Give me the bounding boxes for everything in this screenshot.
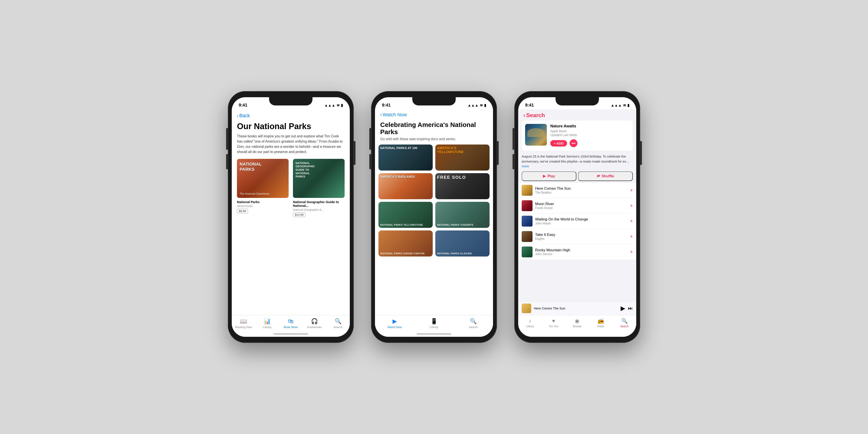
tab-library-music[interactable]: ♪ Library xyxy=(518,318,542,328)
song-add-waiting[interactable]: + xyxy=(630,218,633,224)
song-row-rocky[interactable]: Rocky Mountain High John Denver + xyxy=(518,244,636,260)
tv-card-glacier[interactable]: NATIONAL PARKS GLACIER xyxy=(435,230,490,256)
song-row-takeit[interactable]: Take It Easy Eagles + xyxy=(518,229,636,244)
reading-now-icon: 📖 xyxy=(240,318,247,324)
np-forward-button[interactable]: ⏭ xyxy=(628,306,633,311)
tab-watch-now[interactable]: ▶ Watch Now xyxy=(375,318,414,329)
back-label-books[interactable]: Back xyxy=(239,113,250,119)
tab-book-store[interactable]: 🛍 Book Store xyxy=(279,318,303,329)
song-info-takeit: Take It Easy Eagles xyxy=(535,232,627,241)
tab-for-you[interactable]: ♥ For You xyxy=(542,318,565,328)
library-icon-tv: 📱 xyxy=(431,318,437,324)
status-time-tv: 9:41 xyxy=(382,103,391,107)
more-link[interactable]: more xyxy=(522,164,529,168)
book-item-1[interactable]: NATIONALPARKS The American Experience Na… xyxy=(237,159,289,217)
book-price-1[interactable]: $9.99 xyxy=(237,209,248,213)
search-back-label[interactable]: Search xyxy=(526,112,545,119)
radio-icon: 📻 xyxy=(598,318,604,324)
shuffle-button[interactable]: ⇄ Shuffle xyxy=(578,172,633,181)
song-row-moon[interactable]: Moon River Frank Ocean + xyxy=(518,198,636,214)
shuffle-icon: ⇄ xyxy=(597,174,600,178)
song-add-hcts[interactable]: + xyxy=(630,187,633,193)
song-row-waiting[interactable]: Waiting On the World to Change John Maye… xyxy=(518,214,636,229)
add-playlist-button[interactable]: + ADD xyxy=(550,140,567,147)
tab-search-books[interactable]: 🔍 Search xyxy=(326,318,350,329)
song-add-takeit[interactable]: + xyxy=(630,234,633,239)
tv-card-badlands[interactable]: AMERICA'S BADLANDS xyxy=(378,173,433,199)
tab-search-tv[interactable]: 🔍 Search xyxy=(454,318,493,329)
watch-now-nav[interactable]: ‹ Watch Now xyxy=(375,110,493,119)
chevron-left-music: ‹ xyxy=(523,112,525,119)
tv-card-grandcanyon[interactable]: NATIONAL PARKS GRAND CANYON xyxy=(378,230,433,256)
tv-card-parks100[interactable]: NATIONAL PARKS AT 100 xyxy=(378,145,433,170)
play-button[interactable]: ▶ Play xyxy=(522,172,576,181)
tv-card-np-yellow[interactable]: NATIONAL PARKS YELLOWSTONE xyxy=(378,202,433,228)
more-options-button[interactable]: ••• xyxy=(569,139,578,147)
song-art-waiting xyxy=(522,216,532,226)
book-cover-1: NATIONALPARKS The American Experience xyxy=(237,159,289,198)
tv-section-desc: Go wild with these awe-inspiring docs an… xyxy=(375,136,493,145)
book-author-2: National Geographic &... xyxy=(293,208,345,211)
book-store-icon: 🛍 xyxy=(288,318,293,324)
playlist-name: Nature Awaits xyxy=(550,124,629,128)
tv-card-yosemite[interactable]: NATIONAL PARKS YOSEMITE xyxy=(435,202,490,228)
notch-tv xyxy=(412,97,456,105)
song-add-rocky[interactable]: + xyxy=(630,249,633,255)
song-list: Here Comes The Sun The Beatles + Moon Ri… xyxy=(518,183,636,260)
book-item-2[interactable]: NATIONALGEOGRAPHICGUIDE TONATIONALPARKS … xyxy=(293,159,345,217)
tab-library-tv[interactable]: 📱 Library xyxy=(414,318,454,329)
tab-library-books[interactable]: 📊 Library xyxy=(255,318,279,329)
tab-search-music-label: Search xyxy=(620,325,629,328)
wifi-icon-music: ≋ xyxy=(623,103,626,107)
tv-card-grandcanyon-label: NATIONAL PARKS GRAND CANYON xyxy=(380,252,425,255)
playlist-description: August 25 is the National Park Service's… xyxy=(522,154,633,169)
playlist-desc-text: August 25 is the National Park Service's… xyxy=(522,155,629,163)
books-content: ‹ Back Our National Parks These books wi… xyxy=(232,110,350,337)
song-artist-waiting: John Mayer xyxy=(535,222,627,225)
playback-controls: ▶ Play ⇄ Shuffle xyxy=(522,172,633,181)
status-icons-tv: ▲▲▲ ≋ ▮ xyxy=(468,103,486,107)
tab-radio[interactable]: 📻 Radio xyxy=(589,318,613,328)
tv-card-freesolo[interactable]: FREE SOLO xyxy=(435,173,490,199)
tv-shows-grid: NATIONAL PARKS AT 100 AMERICA'SYELLOWSTO… xyxy=(375,145,493,256)
tv-screen: 9:41 ▲▲▲ ≋ ▮ ‹ Watch Now Celebrating Ame… xyxy=(375,97,493,337)
song-title-takeit: Take It Easy xyxy=(535,232,627,237)
song-art-hcts xyxy=(522,185,532,196)
home-indicator-books xyxy=(273,333,308,335)
search-back-nav[interactable]: ‹ Search xyxy=(518,110,636,120)
song-row-hcts[interactable]: Here Comes The Sun The Beatles + xyxy=(518,183,636,198)
music-screen: 9:41 ▲▲▲ ≋ ▮ ‹ Search Nature Awaits Appl… xyxy=(518,97,636,337)
battery-icon-music: ▮ xyxy=(627,103,629,107)
song-artist-hcts: The Beatles xyxy=(535,191,627,194)
page-desc-books: These books will inspire you to get out … xyxy=(232,134,350,159)
watch-now-label[interactable]: Watch Now xyxy=(382,112,407,118)
np-play-button[interactable]: ▶ xyxy=(621,305,625,312)
tab-reading-now[interactable]: 📖 Reading Now xyxy=(232,318,255,329)
home-indicator-tv xyxy=(416,333,452,335)
tab-audiobooks[interactable]: 🎧 Audiobooks xyxy=(303,318,326,329)
song-info-hcts: Here Comes The Sun The Beatles xyxy=(535,186,627,194)
books-grid: NATIONALPARKS The American Experience Na… xyxy=(232,159,350,221)
song-info-waiting: Waiting On the World to Change John Maye… xyxy=(535,217,627,225)
tab-search-tv-label: Search xyxy=(469,326,478,329)
search-icon-tv: 🔍 xyxy=(470,318,477,324)
back-nav-books[interactable]: ‹ Back xyxy=(232,110,350,120)
status-time-books: 9:41 xyxy=(239,103,247,107)
tv-card-parks100-title: NATIONAL PARKS AT 100 xyxy=(380,146,431,150)
tab-search-music[interactable]: 🔍 Search xyxy=(613,318,636,328)
tab-browse[interactable]: ◉ Browse xyxy=(565,318,589,328)
playlist-info: Nature Awaits Apple Music Updated Last W… xyxy=(550,124,629,147)
song-add-moon[interactable]: + xyxy=(630,203,633,209)
phone-tv: 9:41 ▲▲▲ ≋ ▮ ‹ Watch Now Celebrating Ame… xyxy=(371,91,497,343)
tv-card-yellowstone[interactable]: AMERICA'SYELLOWSTONE xyxy=(435,145,490,170)
book-price-2[interactable]: $13.99 xyxy=(293,212,306,217)
song-art-rocky xyxy=(522,247,532,257)
song-title-rocky: Rocky Mountain High xyxy=(535,248,627,252)
book-author-1: Alfred Runte xyxy=(237,205,289,208)
book-title-2: National Geographic Guide to National... xyxy=(293,200,345,208)
watch-now-icon: ▶ xyxy=(393,318,397,324)
tab-browse-label: Browse xyxy=(573,325,582,328)
playlist-card: Nature Awaits Apple Music Updated Last W… xyxy=(522,120,633,151)
now-playing-bar[interactable]: Here Comes The Sun ▶ ⏭ xyxy=(518,301,636,315)
playlist-artwork xyxy=(525,124,547,146)
